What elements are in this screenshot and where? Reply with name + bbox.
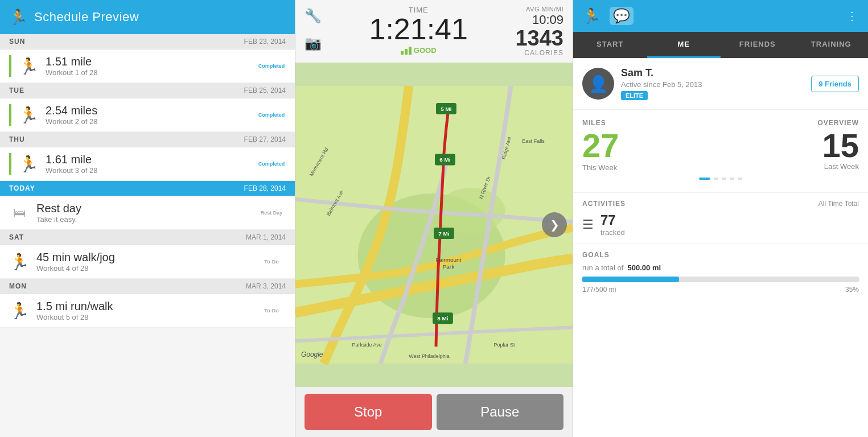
day-name: SAT [9,233,24,241]
middle-icons: 🔧 📷 [305,6,322,51]
workout-item[interactable]: 🏃 1.5 mi run/walk Workout 5 of 28 To-Do [0,294,295,328]
goals-current: 177/500 mi [582,286,616,294]
day-name: THU [9,135,25,143]
day-date: FEB 23, 2014 [244,38,286,46]
tab-training[interactable]: TRAINING [795,32,869,58]
workout-title: 1.61 mile [46,153,250,166]
activities-tracked: tracked [600,228,625,237]
tab-friends[interactable]: FRIENDS [721,32,795,58]
day-header: SUNFEB 23, 2014 [0,34,295,50]
workout-title: 2.54 miles [46,104,250,117]
workout-info: 1.5 mi run/walk Workout 5 of 28 [36,300,250,321]
stats-header-row: MILES OVERVIEW [582,119,859,129]
day-date: MAR 3, 2014 [246,282,286,290]
goals-progress-fill [582,277,679,282]
workout-subtitle: Take it easy. [36,215,250,224]
overview-label: OVERVIEW [818,119,859,127]
day-header: TODAYFEB 28, 2014 [0,181,295,196]
workout-item[interactable]: 🏃 1.61 mile Workout 3 of 28 Completed [0,147,295,181]
avatar: 👤 [582,68,614,100]
dot-3 [722,178,726,180]
profile-header: 🏃 💬 ⋮ [573,0,868,32]
svg-text:6 Mi: 6 Mi [439,156,451,163]
run-icon: 🏃 [18,106,39,125]
wrench-icon[interactable]: 🔧 [305,8,322,24]
miles-stats: MILES OVERVIEW 27 This Week 15 Last Week [573,110,868,193]
signal-bars [401,47,412,55]
day-name: MON [9,282,27,290]
run-icon: 🏃 [9,302,30,320]
tab-me[interactable]: ME [647,32,721,58]
schedule-list: SUNFEB 23, 2014 🏃 1.51 mile Workout 1 of… [0,34,295,437]
workout-item[interactable]: 🏃 2.54 miles Workout 2 of 28 Completed [0,98,295,132]
day-name: TODAY [9,184,35,192]
profile-info: Sam T. Active since Feb 5, 2013 ELITE [621,67,804,100]
signal-bar-3 [409,47,412,55]
workout-subtitle: Workout 3 of 28 [46,166,250,175]
day-name: SUN [9,38,25,46]
tab-start[interactable]: START [573,32,647,58]
workout-header: 🔧 📷 TIME 1:21:41 GOOD AVG MIN/MI 10:09 1… [295,0,573,63]
activities-row: ☰ 77 tracked [582,212,859,237]
workout-badge: Completed [257,63,286,69]
progress-dots [582,172,859,183]
run-icon: 🏃 [582,7,600,25]
activities-header: ACTIVITIES All Time Total [582,200,859,208]
svg-text:8 Mi: 8 Mi [437,315,449,321]
list-icon: ☰ [582,217,594,232]
run-icon: 🏃 [9,253,30,271]
calories-label: CALORIES [515,49,563,57]
friends-button[interactable]: 9 Friends [811,76,859,92]
next-button[interactable]: ❯ [542,212,567,237]
run-icon: 🏃 [18,57,39,76]
profile-since: Active since Feb 5, 2013 [621,80,804,89]
workout-info: Rest day Take it easy. [36,202,250,224]
day-date: FEB 25, 2014 [244,86,286,94]
workout-badge: Completed [257,161,286,167]
last-week-label: Last Week [721,162,859,171]
workout-item[interactable]: 🏃 1.51 mile Workout 1 of 28 Completed [0,50,295,83]
time-value: 1:21:41 [327,14,509,44]
last-week-block: 15 Last Week [721,129,859,171]
this-week-value: 27 [582,129,721,162]
profile-content: 👤 Sam T. Active since Feb 5, 2013 ELITE … [573,58,868,437]
day-date: MAR 1, 2014 [246,233,286,241]
workout-info: 45 min walk/jog Workout 4 of 28 [36,251,250,273]
stop-button[interactable]: Stop [305,394,432,430]
svg-text:Fairmount: Fairmount [436,257,462,263]
goals-header: GOALS [582,251,859,259]
profile-panel: 🏃 💬 ⋮ STARTMEFRIENDSTRAINING 👤 Sam T. Ac… [573,0,868,437]
activities-count: 77 [600,212,625,228]
schedule-header: 🏃 Schedule Preview [0,0,295,34]
svg-text:West Philadelphia: West Philadelphia [409,353,450,359]
activities-count-block: 77 tracked [600,212,625,237]
workout-info: 1.61 mile Workout 3 of 28 [46,153,250,175]
goals-text-run: run a total of [582,263,623,272]
dot-1 [699,178,710,180]
camera-icon[interactable]: 📷 [305,35,322,51]
svg-text:East Falls: East Falls [522,138,545,144]
pause-button[interactable]: Pause [437,394,564,430]
more-icon[interactable]: ⋮ [846,9,859,23]
day-header: THUFEB 27, 2014 [0,132,295,147]
this-week-block: 27 This Week [582,129,721,172]
avg-label: AVG MIN/MI [515,6,563,13]
workout-subtitle: Workout 2 of 28 [46,117,250,126]
workout-item[interactable]: 🛏 Rest day Take it easy. Rest Day [0,196,295,230]
workout-item[interactable]: 🏃 45 min walk/jog Workout 4 of 28 To-Do [0,245,295,279]
workout-title: Rest day [36,202,250,215]
schedule-title: Schedule Preview [34,10,139,24]
day-header: MONMAR 3, 2014 [0,279,295,294]
workout-title: 45 min walk/jog [36,251,250,264]
this-week-label: This Week [582,163,721,172]
tab-bar: STARTMEFRIENDSTRAINING [573,32,868,58]
activities-section: ACTIVITIES All Time Total ☰ 77 tracked [573,193,868,244]
last-week-value: 15 [721,129,859,162]
goals-text: run a total of 500.00 mi [582,263,859,272]
signal-bar-1 [401,51,404,55]
dot-5 [738,178,742,180]
profile-section: 👤 Sam T. Active since Feb 5, 2013 ELITE … [573,58,868,110]
goals-progress-bar [582,277,859,282]
workout-panel: 🔧 📷 TIME 1:21:41 GOOD AVG MIN/MI 10:09 1… [295,0,573,437]
map-container: 5 Mi 6 Mi 7 Mi 8 Mi Belmont Ave Parkside… [295,63,573,387]
